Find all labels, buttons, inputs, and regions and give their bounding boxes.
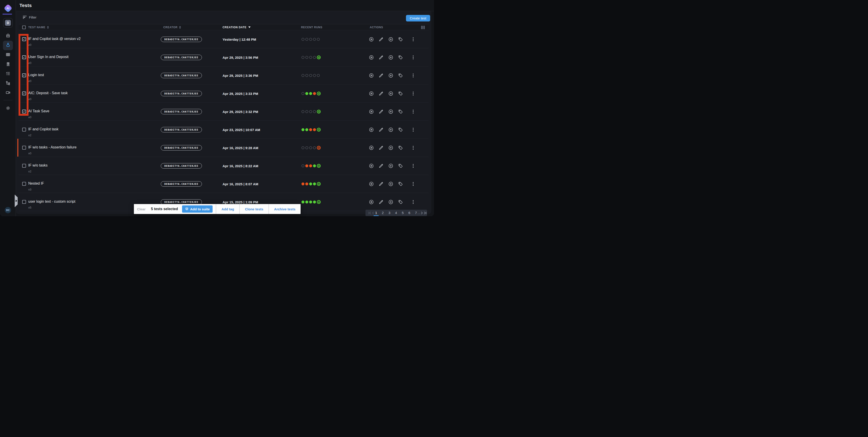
run-dot-empty[interactable] <box>305 56 308 59</box>
test-name[interactable]: IF w/o tasks - Assertion failure <box>28 145 76 149</box>
tag-icon[interactable] <box>398 55 403 60</box>
run-dot-empty[interactable] <box>309 56 312 59</box>
kebab-menu-icon[interactable] <box>411 73 416 78</box>
run-dot-green[interactable] <box>309 201 312 204</box>
sidebar-item-tests[interactable] <box>3 41 13 50</box>
kebab-menu-icon[interactable] <box>411 91 416 96</box>
run-dot-green-ring[interactable] <box>317 182 321 186</box>
test-name[interactable]: AI Task Save <box>28 109 49 113</box>
add-tag-button[interactable]: Add tag <box>216 204 239 214</box>
run-dot-green[interactable] <box>313 201 316 204</box>
tag-icon[interactable] <box>398 163 403 168</box>
run-dot-empty[interactable] <box>305 38 308 41</box>
run-dot-empty[interactable] <box>313 146 316 149</box>
tag-icon[interactable] <box>398 73 403 78</box>
add-circle-icon[interactable] <box>388 91 393 96</box>
run-dot-empty[interactable] <box>305 146 308 149</box>
play-icon[interactable] <box>369 200 374 204</box>
run-dot-green-ring[interactable] <box>317 56 321 60</box>
run-dot-green[interactable] <box>302 128 304 131</box>
run-dot-green[interactable] <box>305 201 308 204</box>
run-dot-orange[interactable] <box>309 165 312 167</box>
run-dot-green[interactable] <box>313 165 316 167</box>
run-dot-green[interactable] <box>305 92 308 95</box>
play-icon[interactable] <box>369 127 374 132</box>
add-to-suite-button[interactable]: Add to suite <box>182 205 213 213</box>
run-dot-empty[interactable] <box>305 74 308 77</box>
run-dot-empty[interactable] <box>302 165 304 167</box>
row-checkbox[interactable] <box>22 146 26 149</box>
run-dot-orange[interactable] <box>313 92 316 95</box>
test-name[interactable]: Nested IF <box>28 181 44 186</box>
add-circle-icon[interactable] <box>388 181 393 187</box>
sidebar-item-flows[interactable] <box>3 79 13 88</box>
add-circle-icon[interactable] <box>388 200 393 204</box>
kebab-menu-icon[interactable] <box>411 200 416 204</box>
row-checkbox[interactable] <box>22 164 26 168</box>
row-checkbox[interactable]: ✓ <box>22 55 26 59</box>
pagination-last-icon[interactable] <box>424 211 427 215</box>
tag-icon[interactable] <box>398 181 403 187</box>
row-checkbox[interactable] <box>22 200 26 204</box>
test-name[interactable]: Login test <box>28 73 44 77</box>
run-dot-empty[interactable] <box>309 74 312 77</box>
clone-tests-button[interactable]: Clone tests <box>240 204 269 214</box>
kebab-menu-icon[interactable] <box>411 145 416 150</box>
play-icon[interactable] <box>369 55 374 60</box>
add-circle-icon[interactable] <box>388 55 393 60</box>
run-dot-empty[interactable] <box>302 38 304 41</box>
run-dot-empty[interactable] <box>302 110 304 113</box>
edit-pencil-icon[interactable] <box>379 37 383 42</box>
play-icon[interactable] <box>369 163 374 168</box>
run-dot-green[interactable] <box>309 92 312 95</box>
archive-tests-button[interactable]: Archive tests <box>269 204 301 214</box>
user-avatar[interactable]: DC <box>5 207 11 213</box>
run-dot-orange-ring[interactable] <box>317 146 321 150</box>
run-dot-green-ring[interactable] <box>317 110 321 114</box>
run-dot-empty[interactable] <box>317 74 320 77</box>
sort-icon[interactable] <box>179 26 181 29</box>
edit-pencil-icon[interactable] <box>379 145 383 150</box>
app-logo[interactable]: AI <box>4 4 12 12</box>
pagination-page-3[interactable]: 3 <box>388 210 391 216</box>
tag-icon[interactable] <box>398 127 403 132</box>
pagination-page-7[interactable]: 7 <box>414 210 417 216</box>
add-circle-icon[interactable] <box>388 145 393 150</box>
edit-pencil-icon[interactable] <box>379 181 383 187</box>
run-dot-empty[interactable] <box>313 110 316 113</box>
sidebar-item-settings[interactable] <box>3 104 13 113</box>
run-dot-empty[interactable] <box>313 74 316 77</box>
sidebar-item-runs[interactable] <box>3 50 13 60</box>
run-dot-empty[interactable] <box>317 38 320 41</box>
run-dot-orange[interactable] <box>302 182 304 186</box>
test-name[interactable]: IF and Copilot task <box>28 127 58 131</box>
test-name[interactable]: IF and Copilot task @ version v2 <box>28 37 81 41</box>
kebab-menu-icon[interactable] <box>411 127 416 132</box>
run-dot-green-ring[interactable] <box>317 92 321 96</box>
play-icon[interactable] <box>369 145 374 150</box>
pagination-page-1[interactable]: 1 <box>375 210 377 216</box>
workspace-switcher[interactable]: D <box>3 18 13 28</box>
edit-pencil-icon[interactable] <box>379 200 383 204</box>
test-name[interactable]: IF w/o tasks <box>28 163 48 167</box>
run-dot-empty[interactable] <box>302 74 304 77</box>
add-circle-icon[interactable] <box>388 109 393 114</box>
select-all-checkbox[interactable] <box>22 26 26 29</box>
edit-pencil-icon[interactable] <box>379 73 383 78</box>
row-checkbox[interactable]: ✓ <box>22 92 26 95</box>
sidebar-item-home[interactable] <box>3 31 13 41</box>
test-name[interactable]: AIC: Deposit - Save task <box>28 91 68 95</box>
run-dot-orange[interactable] <box>305 165 308 167</box>
play-icon[interactable] <box>369 37 374 42</box>
row-checkbox[interactable]: ✓ <box>22 37 26 41</box>
run-dot-green-ring[interactable] <box>317 164 321 168</box>
run-dot-empty[interactable] <box>313 38 316 41</box>
run-dot-empty[interactable] <box>302 56 304 59</box>
row-checkbox[interactable] <box>22 128 26 132</box>
test-name[interactable]: User Sign In and Deposit <box>28 55 68 59</box>
header-test-name[interactable]: TEST NAME <box>28 26 49 29</box>
edit-pencil-icon[interactable] <box>379 109 383 114</box>
test-name[interactable]: user login text - custom script <box>28 200 75 204</box>
pagination-page-5[interactable]: 5 <box>401 210 404 216</box>
add-circle-icon[interactable] <box>388 37 393 42</box>
